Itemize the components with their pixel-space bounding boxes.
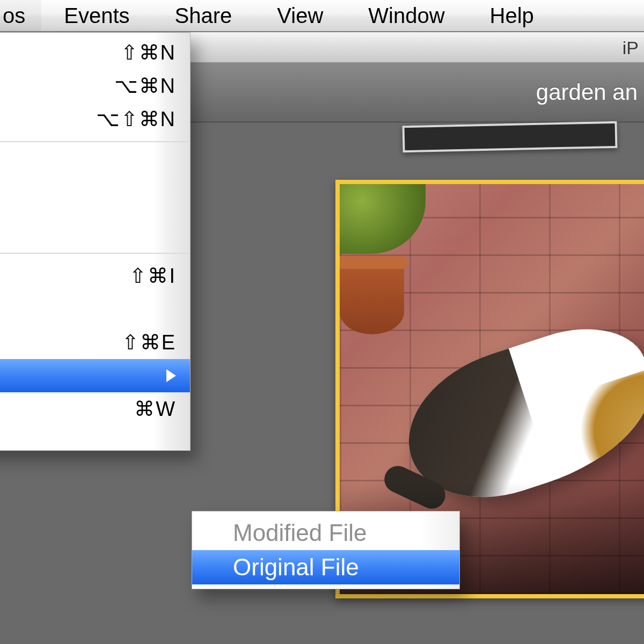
menu-view[interactable]: View bbox=[254, 0, 346, 31]
menu-item-label: y… bbox=[0, 265, 90, 288]
menu-item-label: um bbox=[0, 41, 90, 64]
window-title: iP bbox=[623, 38, 639, 58]
menu-separator bbox=[0, 141, 189, 142]
menu-separator bbox=[0, 253, 189, 254]
menu-share[interactable]: Share bbox=[152, 0, 255, 31]
photo-stack-card bbox=[402, 121, 618, 152]
menu-item-close-window[interactable]: ⌘W bbox=[0, 392, 190, 426]
menu-item-blank[interactable] bbox=[0, 426, 190, 447]
menu-item-show-file[interactable] bbox=[0, 359, 190, 392]
menu-item-shortcut: ⇧⌘I bbox=[90, 264, 176, 288]
event-title: garden an bbox=[536, 79, 638, 105]
menu-events[interactable]: Events bbox=[41, 0, 152, 31]
menu-label: Events bbox=[64, 4, 129, 28]
menu-item-new-album[interactable]: um ⇧⌘N bbox=[0, 36, 190, 69]
submenu-item-label: Original File bbox=[233, 554, 359, 581]
menu-item-shortcut: ⇧⌘N bbox=[90, 41, 176, 64]
submenu-item-original-file[interactable]: Original File bbox=[192, 550, 459, 584]
menubar: os Events Share View Window Help bbox=[0, 0, 644, 32]
menu-item-blank[interactable] bbox=[0, 148, 190, 181]
submenu-item-modified-file: Modified File bbox=[192, 516, 459, 550]
menu-item-new-album-from[interactable]: m… ⌥⌘N bbox=[0, 69, 190, 103]
menu-item-blank[interactable] bbox=[0, 214, 190, 247]
menu-item-new-smart-album[interactable]: ⌥⇧⌘N bbox=[0, 103, 190, 136]
menu-label: Help bbox=[490, 4, 534, 28]
menu-label: View bbox=[277, 4, 323, 28]
show-file-submenu: Modified File Original File bbox=[192, 511, 460, 589]
submenu-arrow-icon bbox=[166, 369, 176, 382]
submenu-item-label: Modified File bbox=[233, 519, 367, 546]
menu-item-shortcut: ⌥⇧⌘N bbox=[90, 107, 176, 131]
menu-label: os bbox=[3, 4, 25, 28]
menu-label: Share bbox=[175, 4, 232, 28]
menu-label: Window bbox=[368, 4, 444, 28]
menu-os[interactable]: os bbox=[0, 0, 41, 31]
menu-item-export-library[interactable]: y… bbox=[0, 292, 190, 326]
photo-flowerpot bbox=[340, 259, 404, 334]
menu-item-export[interactable]: ⇧⌘E bbox=[0, 326, 190, 359]
file-menu-dropdown: um ⇧⌘N m… ⌥⌘N ⌥⇧⌘N y… ⇧⌘I y… ⇧⌘E ⌘W bbox=[0, 32, 191, 451]
menu-help[interactable]: Help bbox=[467, 0, 557, 31]
menu-item-shortcut: ⌘W bbox=[90, 397, 176, 421]
menu-item-shortcut: ⌥⌘N bbox=[90, 74, 176, 98]
menu-item-import[interactable]: y… ⇧⌘I bbox=[0, 259, 190, 292]
menu-item-blank[interactable] bbox=[0, 181, 190, 214]
menu-item-label: y… bbox=[0, 298, 90, 321]
menu-item-label: m… bbox=[0, 75, 90, 98]
menu-window[interactable]: Window bbox=[346, 0, 467, 31]
menu-item-shortcut: ⇧⌘E bbox=[90, 331, 176, 354]
